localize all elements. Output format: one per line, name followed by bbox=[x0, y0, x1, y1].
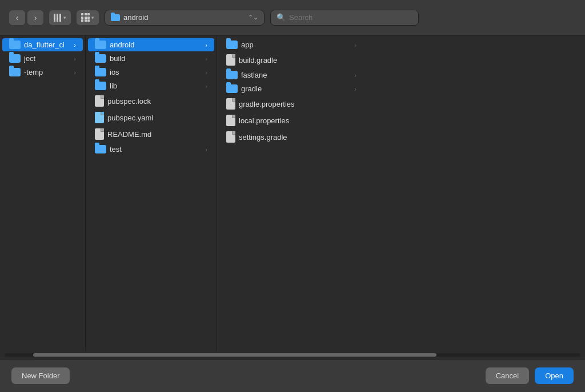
file-name: test bbox=[110, 145, 202, 153]
file-icon bbox=[95, 128, 104, 140]
back-button[interactable]: ‹ bbox=[9, 10, 25, 25]
column-3: app›build.gradlefastlane›gradle›gradle.p… bbox=[217, 35, 366, 351]
folder-icon bbox=[9, 41, 21, 49]
file-name: app bbox=[241, 41, 351, 49]
file-icon bbox=[226, 54, 235, 66]
folder-icon bbox=[95, 41, 106, 49]
search-icon: 🔍 bbox=[277, 13, 286, 22]
file-name: fastlane bbox=[241, 71, 351, 79]
list-item[interactable]: README.md bbox=[88, 126, 214, 142]
chevron-right-icon: › bbox=[205, 69, 207, 76]
file-name: da_flutter_ci bbox=[24, 41, 70, 49]
browser-area: da_flutter_ci›ject›-temp› android›build›… bbox=[0, 35, 585, 351]
folder-icon bbox=[226, 84, 238, 93]
list-item[interactable]: da_flutter_ci› bbox=[2, 38, 83, 51]
folder-icon bbox=[95, 54, 106, 63]
folder-icon bbox=[95, 82, 106, 90]
location-text: android bbox=[123, 13, 245, 22]
column-view-icon bbox=[54, 14, 61, 22]
list-item[interactable]: fastlane› bbox=[219, 68, 363, 82]
cancel-button[interactable]: Cancel bbox=[486, 367, 529, 384]
list-item[interactable]: app› bbox=[219, 38, 363, 51]
chevron-right-icon: › bbox=[74, 55, 76, 62]
file-name: pubspec.lock bbox=[107, 97, 207, 106]
folder-icon bbox=[226, 71, 238, 79]
list-item[interactable]: -temp› bbox=[2, 66, 83, 79]
scrollbar-track[interactable] bbox=[5, 353, 580, 357]
file-name: lib bbox=[110, 82, 202, 90]
grid-view-chevron: ▾ bbox=[91, 15, 94, 21]
folder-icon bbox=[9, 54, 21, 63]
chevron-right-icon: › bbox=[205, 83, 207, 90]
list-item[interactable]: ject› bbox=[2, 52, 83, 65]
location-folder-icon bbox=[111, 14, 120, 21]
file-name: -temp bbox=[24, 68, 70, 76]
grid-view-icon bbox=[81, 13, 89, 22]
chevron-right-icon: › bbox=[354, 72, 356, 79]
file-name: ios bbox=[110, 68, 202, 76]
column-2: android›build›ios›lib›pubspec.lockpubspe… bbox=[86, 35, 217, 351]
grid-view-button[interactable]: ▾ bbox=[77, 10, 99, 25]
scrollbar-thumb bbox=[33, 353, 436, 357]
chevron-right-icon: › bbox=[74, 69, 76, 76]
list-item[interactable]: gradle.properties bbox=[219, 96, 363, 112]
folder-icon bbox=[95, 145, 106, 153]
folder-icon bbox=[226, 41, 238, 49]
search-input[interactable] bbox=[289, 13, 412, 22]
file-name: build.gradle bbox=[239, 56, 356, 64]
scrollbar-area bbox=[0, 351, 585, 359]
nav-buttons: ‹ › bbox=[9, 10, 43, 25]
chevron-right-icon: › bbox=[205, 42, 207, 49]
location-bar[interactable]: android ⌃⌄ bbox=[105, 10, 265, 26]
file-name: pubspec.yaml bbox=[107, 114, 207, 122]
search-box[interactable]: 🔍 bbox=[270, 10, 419, 26]
folder-icon bbox=[95, 68, 106, 76]
list-item[interactable]: build.gradle bbox=[219, 52, 363, 68]
column-view-button[interactable]: ▾ bbox=[49, 10, 71, 25]
file-name: build bbox=[110, 54, 202, 63]
list-item[interactable]: test› bbox=[88, 143, 214, 156]
new-folder-button[interactable]: New Folder bbox=[11, 367, 70, 384]
file-name: gradle bbox=[241, 84, 351, 93]
file-name: README.md bbox=[107, 130, 207, 139]
list-item[interactable]: gradle› bbox=[219, 82, 363, 95]
toolbar: ‹ › ▾ ▾ android ⌃⌄ 🔍 bbox=[0, 0, 585, 35]
forward-button[interactable]: › bbox=[27, 10, 43, 25]
column-view-chevron: ▾ bbox=[63, 15, 66, 21]
chevron-right-icon: › bbox=[205, 55, 207, 62]
list-item[interactable]: lib› bbox=[88, 79, 214, 92]
open-button[interactable]: Open bbox=[535, 367, 574, 384]
list-item[interactable]: ios› bbox=[88, 66, 214, 79]
list-item[interactable]: settings.gradle bbox=[219, 129, 363, 145]
folder-icon bbox=[9, 68, 21, 76]
file-name: gradle.properties bbox=[239, 100, 356, 108]
location-chevrons: ⌃⌄ bbox=[248, 14, 258, 21]
list-item[interactable]: android› bbox=[88, 38, 214, 51]
file-icon bbox=[226, 98, 235, 110]
file-name: local.properties bbox=[239, 116, 356, 125]
file-icon bbox=[226, 131, 235, 143]
file-name: settings.gradle bbox=[239, 133, 356, 142]
file-icon bbox=[226, 115, 235, 126]
chevron-right-icon: › bbox=[74, 42, 76, 49]
column-1: da_flutter_ci›ject›-temp› bbox=[0, 35, 86, 351]
list-item[interactable]: build› bbox=[88, 52, 214, 65]
file-name: ject bbox=[24, 54, 70, 63]
chevron-right-icon: › bbox=[205, 146, 207, 153]
chevron-right-icon: › bbox=[354, 42, 356, 49]
file-icon bbox=[95, 95, 104, 107]
chevron-right-icon: › bbox=[354, 86, 356, 92]
action-buttons: Cancel Open bbox=[486, 367, 574, 384]
list-item[interactable]: local.properties bbox=[219, 112, 363, 128]
bottom-bar: New Folder Cancel Open bbox=[0, 359, 585, 392]
file-name: android bbox=[110, 41, 202, 49]
list-item[interactable]: pubspec.yaml bbox=[88, 110, 214, 126]
list-item[interactable]: pubspec.lock bbox=[88, 93, 214, 109]
file-icon bbox=[95, 112, 104, 123]
